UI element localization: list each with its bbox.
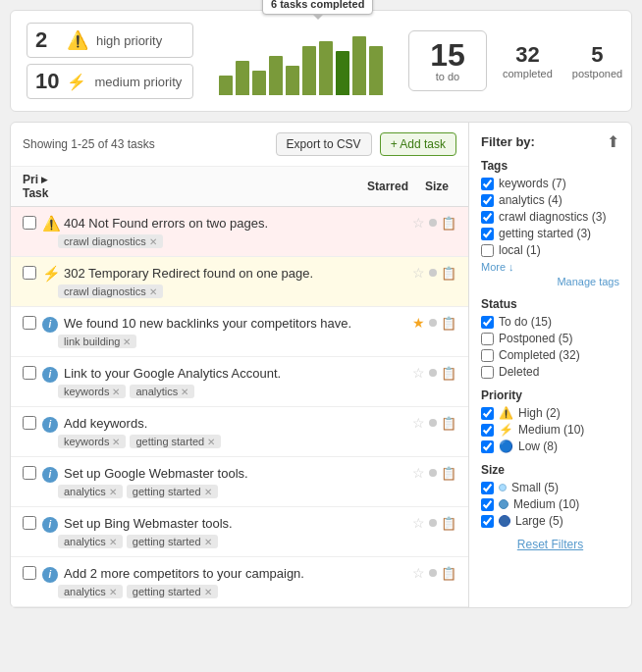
list-item: link building ✕	[58, 335, 136, 348]
list-item: analytics ✕	[130, 385, 194, 398]
task-title: 302 Temporary Redirect found on one page…	[64, 266, 406, 281]
star-icon[interactable]: ★	[412, 315, 425, 331]
filter-status-section: Status To do (15) Postponed (5) Complete…	[481, 297, 619, 379]
task-checkbox[interactable]	[23, 516, 36, 530]
filter-tag-checkbox[interactable]	[481, 244, 494, 257]
task-panel-header: Showing 1-25 of 43 tasks Export to CSV +…	[11, 123, 468, 167]
task-status-dot[interactable]	[429, 269, 437, 277]
filter-priority-checkbox[interactable]	[481, 440, 494, 453]
task-title: Add keywords.	[64, 416, 406, 431]
table-row: ⚡ 302 Temporary Redirect found on one pa…	[11, 257, 468, 307]
filter-toggle-button[interactable]: ⬆	[607, 132, 619, 151]
filter-priority-item: ⚡ Medium (10)	[481, 423, 619, 437]
high-priority-icon: ⚠️	[42, 215, 61, 232]
task-status-dot[interactable]	[429, 219, 437, 227]
filter-tag-checkbox[interactable]	[481, 194, 494, 207]
task-copy-icon[interactable]: 📋	[441, 466, 456, 481]
task-status-dot[interactable]	[429, 419, 437, 427]
export-button[interactable]: Export to CSV	[276, 132, 372, 156]
tag-remove-icon[interactable]: ✕	[181, 387, 188, 397]
tag-remove-icon[interactable]: ✕	[123, 336, 131, 347]
info-priority-icon: i	[42, 317, 58, 333]
filter-priority-checkbox[interactable]	[481, 407, 494, 420]
task-rows-container: ⚠️ 404 Not Found errors on two pages. ☆ …	[11, 207, 468, 607]
task-copy-icon[interactable]: 📋	[441, 516, 456, 531]
filter-header: Filter by: ⬆	[481, 132, 619, 151]
filter-tag-label: analytics (4)	[499, 193, 562, 207]
chart-bar	[336, 51, 349, 95]
tag-remove-icon[interactable]: ✕	[149, 236, 157, 247]
tag-remove-icon[interactable]: ✕	[109, 537, 117, 547]
task-checkbox[interactable]	[23, 216, 36, 230]
main-content: Showing 1-25 of 43 tasks Export to CSV +…	[10, 122, 632, 608]
filter-status-checkbox[interactable]	[481, 349, 494, 362]
tag-remove-icon[interactable]: ✕	[112, 387, 120, 397]
high-icon: ⚠️	[499, 406, 513, 420]
tag-remove-icon[interactable]: ✕	[207, 437, 215, 447]
task-status-dot[interactable]	[429, 569, 437, 577]
task-checkbox[interactable]	[23, 366, 36, 380]
task-copy-icon[interactable]: 📋	[441, 366, 456, 381]
task-copy-icon[interactable]: 📋	[441, 316, 456, 331]
task-checkbox[interactable]	[23, 266, 36, 280]
filter-tag-checkbox[interactable]	[481, 178, 494, 190]
task-copy-icon[interactable]: 📋	[441, 566, 456, 581]
filter-tag-label: crawl diagnostics (3)	[499, 210, 606, 224]
tag-remove-icon[interactable]: ✕	[204, 587, 212, 597]
task-checkbox[interactable]	[23, 416, 36, 430]
filter-priority-label: Low (8)	[518, 439, 558, 453]
star-icon[interactable]: ☆	[412, 465, 425, 481]
info-priority-icon: i	[42, 467, 58, 483]
tag-remove-icon[interactable]: ✕	[204, 537, 212, 547]
filter-more-tags[interactable]: More ↓	[481, 261, 514, 273]
star-icon[interactable]: ☆	[412, 265, 425, 281]
tag-remove-icon[interactable]: ✕	[149, 286, 157, 297]
filter-status-checkbox[interactable]	[481, 316, 494, 329]
task-checkbox[interactable]	[23, 316, 36, 330]
filter-status-checkbox[interactable]	[481, 333, 494, 345]
completed-stat: 32 completed	[503, 42, 553, 79]
task-copy-icon[interactable]: 📋	[441, 416, 456, 431]
info-priority-icon: i	[42, 567, 58, 583]
tag-remove-icon[interactable]: ✕	[109, 587, 117, 597]
todo-box: 15 to do	[408, 30, 487, 91]
tag-remove-icon[interactable]: ✕	[112, 437, 120, 447]
manage-tags-link[interactable]: Manage tags	[481, 276, 619, 287]
star-icon[interactable]: ☆	[412, 365, 425, 381]
filter-priority-checkbox[interactable]	[481, 424, 494, 437]
tag-remove-icon[interactable]: ✕	[109, 487, 117, 497]
filter-size-checkbox[interactable]	[481, 498, 494, 511]
star-icon[interactable]: ☆	[412, 515, 425, 531]
star-icon[interactable]: ☆	[412, 415, 425, 431]
showing-text: Showing 1-25 of 43 tasks	[23, 137, 155, 151]
task-status-dot[interactable]	[429, 469, 437, 477]
filter-priority-title: Priority	[481, 388, 619, 402]
task-status-dot[interactable]	[429, 369, 437, 377]
filter-size-checkbox[interactable]	[481, 515, 494, 528]
add-task-button[interactable]: + Add task	[380, 132, 456, 156]
task-status-dot[interactable]	[429, 319, 437, 327]
col-pri-header[interactable]: Pri ▸ Task	[23, 173, 72, 200]
list-item: keywords ✕	[58, 435, 126, 448]
filter-tag-checkbox[interactable]	[481, 228, 494, 240]
list-item: analytics ✕	[58, 485, 123, 498]
chart-bar	[369, 46, 383, 95]
low-icon: 🔵	[499, 439, 513, 453]
task-status-dot[interactable]	[429, 519, 437, 527]
tag-remove-icon[interactable]: ✕	[204, 487, 212, 497]
task-copy-icon[interactable]: 📋	[441, 216, 456, 231]
priority-boxes: 2 ⚠️ high priority 10 ⚡ medium priority	[27, 23, 193, 99]
star-icon[interactable]: ☆	[412, 215, 425, 231]
star-icon[interactable]: ☆	[412, 565, 425, 581]
filter-panel: Filter by: ⬆ Tags keywords (7) analytics…	[469, 123, 631, 607]
reset-filters-link[interactable]: Reset Filters	[481, 538, 619, 551]
task-checkbox[interactable]	[23, 466, 36, 480]
filter-status-checkbox[interactable]	[481, 366, 494, 379]
filter-tag-label: keywords (7)	[499, 177, 566, 190]
postponed-stat: 5 postponed	[572, 42, 622, 79]
task-copy-icon[interactable]: 📋	[441, 266, 456, 281]
task-checkbox[interactable]	[23, 566, 36, 580]
filter-tag-checkbox[interactable]	[481, 211, 494, 224]
medium-icon: ⚡	[499, 423, 513, 437]
filter-size-checkbox[interactable]	[481, 482, 494, 494]
